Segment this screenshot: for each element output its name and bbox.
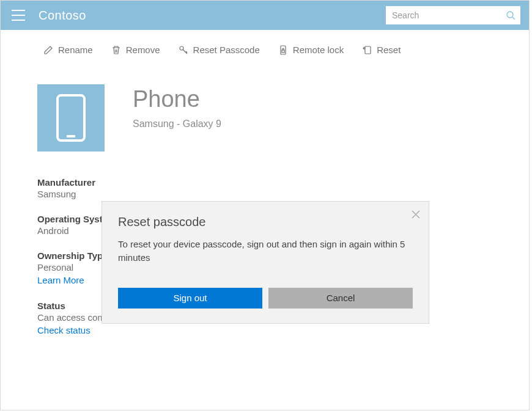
- brand-name: Contoso: [39, 9, 86, 23]
- remove-label: Remove: [126, 45, 160, 55]
- check-status-link[interactable]: Check status: [37, 325, 91, 335]
- hamburger-menu-icon[interactable]: [12, 10, 25, 21]
- reset-button[interactable]: Reset: [362, 45, 401, 55]
- property-manufacturer: Manufacturer Samsung: [37, 177, 492, 199]
- svg-rect-4: [282, 50, 284, 53]
- sign-out-button[interactable]: Sign out: [118, 288, 262, 309]
- key-icon: [179, 45, 188, 55]
- trash-icon: [111, 45, 121, 55]
- device-title-block: Phone Samsung - Galaxy 9: [133, 84, 221, 130]
- dialog-body: To reset your device passcode, sign out …: [118, 238, 413, 265]
- phone-icon: [56, 93, 86, 142]
- device-icon-tile: [37, 84, 105, 152]
- pencil-icon: [43, 45, 53, 55]
- app-header: Contoso: [1, 1, 529, 30]
- svg-rect-5: [365, 46, 371, 54]
- learn-more-link[interactable]: Learn More: [37, 275, 84, 285]
- dialog-title: Reset passcode: [118, 215, 413, 229]
- toolbar: Rename Remove Reset Passcode Remote lock…: [1, 30, 529, 67]
- device-header: Phone Samsung - Galaxy 9: [37, 84, 492, 152]
- svg-rect-6: [57, 95, 84, 141]
- reset-passcode-label: Reset Passcode: [193, 45, 260, 55]
- search-input[interactable]: [386, 6, 520, 24]
- lock-device-icon: [278, 45, 288, 55]
- device-title: Phone: [133, 87, 221, 112]
- rename-label: Rename: [58, 45, 93, 55]
- search-container: [386, 6, 520, 24]
- cancel-button[interactable]: Cancel: [268, 288, 413, 309]
- manufacturer-value: Samsung: [37, 189, 492, 199]
- manufacturer-label: Manufacturer: [37, 177, 492, 188]
- remote-lock-label: Remote lock: [293, 45, 344, 55]
- rename-button[interactable]: Rename: [43, 45, 93, 55]
- svg-line-1: [512, 17, 515, 20]
- dialog-buttons: Sign out Cancel: [118, 288, 413, 309]
- remove-button[interactable]: Remove: [111, 45, 160, 55]
- device-subtitle: Samsung - Galaxy 9: [133, 119, 221, 130]
- reset-passcode-button[interactable]: Reset Passcode: [179, 45, 260, 55]
- remote-lock-button[interactable]: Remote lock: [278, 45, 344, 55]
- reset-icon: [362, 45, 372, 55]
- reset-passcode-dialog: Reset passcode To reset your device pass…: [102, 201, 429, 324]
- close-icon[interactable]: [412, 210, 420, 219]
- search-icon: [506, 10, 515, 20]
- svg-point-0: [507, 12, 513, 18]
- reset-label: Reset: [377, 45, 401, 55]
